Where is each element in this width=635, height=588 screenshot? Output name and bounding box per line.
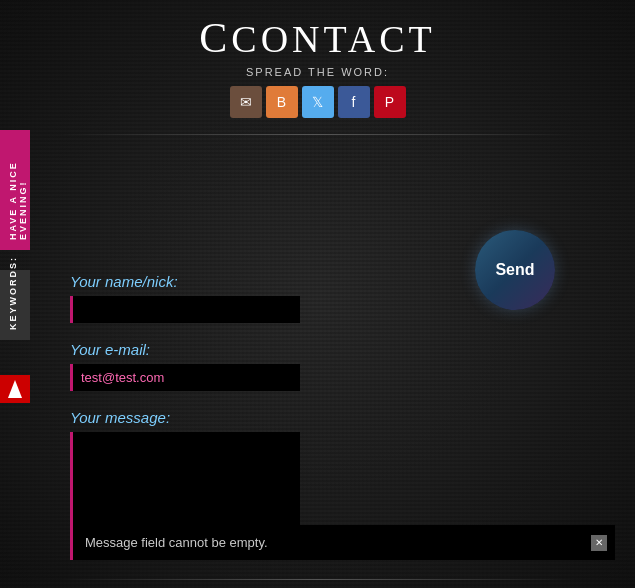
email-field-group: Your e-mail: xyxy=(70,341,615,391)
facebook-social-icon[interactable]: f xyxy=(338,86,370,118)
email-label: Your e-mail: xyxy=(70,341,615,358)
pinterest-social-icon[interactable]: P xyxy=(374,86,406,118)
error-message: Message field cannot be empty. xyxy=(85,535,268,550)
send-button[interactable]: Send xyxy=(475,230,555,310)
main-content: Your name/nick: Your e-mail: Your messag… xyxy=(70,143,635,532)
blog-social-icon[interactable]: B xyxy=(266,86,298,118)
bottom-divider xyxy=(60,579,575,580)
svg-marker-0 xyxy=(8,380,22,398)
left-sidebar: HAVE A NICE EVENING! KEYWORDS: xyxy=(0,130,30,340)
title-text: CONTACT xyxy=(231,18,435,60)
email-social-icon[interactable]: ✉ xyxy=(230,86,262,118)
sidebar-tab-keywords[interactable]: KEYWORDS: xyxy=(0,270,30,340)
page-wrapper: CCONTACT SPREAD THE WORD: ✉ B 𝕏 f P HAVE… xyxy=(0,0,635,588)
message-label: Your message: xyxy=(70,409,615,426)
twitter-social-icon[interactable]: 𝕏 xyxy=(302,86,334,118)
error-close-button[interactable]: ✕ xyxy=(591,535,607,551)
header-divider xyxy=(60,134,575,135)
name-input[interactable] xyxy=(70,296,300,323)
sidebar-tab-evening[interactable]: HAVE A NICE EVENING! xyxy=(0,130,30,250)
spread-label: SPREAD THE WORD: xyxy=(0,66,635,78)
page-title: CCONTACT xyxy=(0,14,635,62)
sidebar-icon-red xyxy=(0,375,30,403)
email-input[interactable] xyxy=(70,364,300,391)
error-bar: Message field cannot be empty. ✕ xyxy=(70,525,615,560)
message-field-group: Your message: xyxy=(70,409,615,532)
header: CCONTACT SPREAD THE WORD: ✉ B 𝕏 f P xyxy=(0,0,635,126)
social-icons-bar: ✉ B 𝕏 f P xyxy=(0,86,635,118)
message-textarea[interactable] xyxy=(70,432,300,532)
